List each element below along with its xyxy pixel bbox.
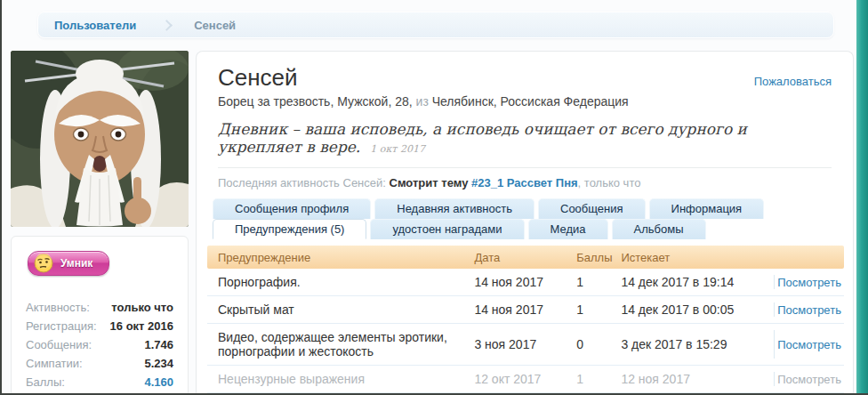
activity-prefix: Последняя активность Сенсей: — [218, 176, 386, 189]
warning-text: Порнография. — [207, 275, 462, 289]
status-date: 1 окт 2017 — [370, 143, 425, 155]
tab-row-1: Сообщения профиля Недавняя активность Со… — [213, 198, 842, 219]
view-cell: Посмотреть — [774, 302, 844, 317]
activity-action: Смотрит тему — [390, 176, 469, 189]
warning-date: 3 ноя 2017 — [462, 337, 576, 351]
status-quote: Дневник – ваша исповедь, а исповедь очищ… — [218, 120, 747, 156]
profile-page: Пользователи Сенсей — [0, 0, 868, 395]
stats-list: Активность: только что Регистрация: 16 о… — [26, 300, 173, 395]
status-quote-row: Дневник – ваша исповедь, а исповедь очищ… — [207, 109, 842, 156]
view-link[interactable]: Посмотреть — [777, 373, 841, 386]
tab[interactable]: Альбомы — [612, 219, 706, 239]
table-row: Видео, содержащее элементы эротики, порн… — [207, 324, 844, 366]
stat-value: 5.234 — [144, 356, 173, 371]
profile-main-card: Сенсей Пожаловаться Борец за трезвость, … — [196, 51, 854, 395]
tab[interactable]: Предупреждения (5) — [213, 219, 366, 239]
tab[interactable]: Информация — [649, 198, 765, 219]
stat-row: Сообщения: 1.746 — [26, 337, 173, 352]
warnings-table: Предупреждение Дата Баллы Истекает Порно… — [207, 246, 844, 395]
stat-label: Баллы: — [26, 375, 65, 390]
stat-label: Активность: — [26, 300, 90, 315]
table-row: Порнография. 14 ноя 2017 1 14 дек 2017 в… — [207, 269, 844, 296]
breadcrumb-users-link[interactable]: Пользователи — [54, 19, 136, 32]
view-link[interactable]: Посмотреть — [777, 303, 841, 317]
stat-value[interactable]: 4.160 — [144, 375, 173, 390]
view-cell: Посмотреть — [774, 372, 844, 386]
header-date: Дата — [462, 251, 576, 264]
warning-expires: 14 дек 2017 в 19:14 — [621, 275, 774, 289]
warning-points: 1 — [576, 372, 621, 386]
user-location: Челябинск, Россиская Федерация — [432, 94, 629, 109]
chevron-right-icon — [161, 20, 173, 31]
page-title: Сенсей — [218, 64, 298, 91]
warnings-table-body: Порнография. 14 ноя 2017 1 14 дек 2017 в… — [207, 269, 844, 395]
window-edge-strip — [856, 0, 868, 395]
tab[interactable]: Медиа — [528, 219, 608, 239]
view-link[interactable]: Посмотреть — [777, 276, 841, 289]
warning-text: Нецензурные выражения — [207, 372, 462, 386]
warning-points: 1 — [576, 302, 621, 317]
header-expires: Истекает — [621, 251, 774, 264]
tab[interactable]: Сообщения профиля — [213, 198, 371, 219]
warning-expires: 14 дек 2017 в 00:05 — [621, 302, 774, 317]
report-link[interactable]: Пожаловаться — [754, 75, 832, 88]
user-role-age: Борец за трезвость, Мужской, 28, — [218, 94, 413, 109]
stat-row: Баллы: 4.160 — [26, 375, 173, 390]
table-row: Скрытый мат 14 ноя 2017 1 14 дек 2017 в … — [207, 296, 844, 324]
user-stats-card: Умник Активность: только что Регистрация… — [11, 236, 189, 395]
warning-text: Видео, содержащее элементы эротики, порн… — [207, 330, 462, 359]
rank-badge: Умник — [28, 251, 109, 276]
stat-value: только что — [111, 300, 173, 315]
avatar-image — [11, 51, 189, 227]
profile-tabs: Сообщения профиля Недавняя активность Со… — [213, 198, 842, 239]
breadcrumb: Пользователи Сенсей — [37, 12, 834, 38]
warning-points: 0 — [576, 337, 621, 351]
header-warning: Предупреждение — [207, 251, 462, 264]
view-cell: Посмотреть — [774, 330, 844, 359]
stat-row: Симпатии: 5.234 — [26, 356, 173, 371]
profile-sidebar: Умник Активность: только что Регистрация… — [11, 51, 189, 395]
warning-points: 1 — [576, 275, 621, 289]
stat-label: Симпатии: — [26, 356, 83, 371]
table-row: Нецензурные выражения 12 окт 2017 1 12 н… — [207, 366, 844, 393]
stat-value: 1.746 — [144, 337, 173, 352]
warning-expires: 12 ноя 2017 — [621, 372, 774, 386]
last-activity: Последняя активность Сенсей: Смотрит тем… — [207, 168, 842, 189]
warnings-table-header: Предупреждение Дата Баллы Истекает — [207, 246, 844, 269]
stat-value: 16 окт 2016 — [110, 318, 173, 334]
view-link[interactable]: Посмотреть — [777, 338, 841, 351]
header-points: Баллы — [576, 251, 621, 264]
breadcrumb-current: Сенсей — [194, 19, 236, 32]
tab[interactable]: удостоен наградами — [370, 219, 524, 239]
stat-row: Активность: только что — [26, 300, 173, 315]
stat-label: Регистрация: — [26, 318, 97, 334]
tab[interactable]: Сообщения — [538, 198, 646, 219]
activity-topic-link[interactable]: #23_1 Рассвет Пня — [471, 176, 578, 189]
stat-label: Сообщения: — [26, 337, 92, 352]
activity-time: , только что — [578, 176, 641, 189]
warning-date: 14 ноя 2017 — [462, 275, 576, 289]
user-subtitle: Борец за трезвость, Мужской, 28, из Челя… — [207, 91, 842, 109]
rank-badge-label: Умник — [60, 257, 92, 270]
stat-row: Регистрация: 16 окт 2016 — [26, 318, 173, 334]
smiley-icon — [34, 254, 53, 273]
tab-row-2: Предупреждения (5) удостоен наградами Ме… — [213, 219, 842, 239]
warning-text: Скрытый мат — [207, 302, 462, 317]
view-cell: Посмотреть — [774, 275, 844, 289]
warning-date: 14 ноя 2017 — [462, 302, 576, 317]
from-label: из — [416, 94, 429, 109]
warning-expires: 3 дек 2017 в 15:29 — [621, 337, 774, 351]
warning-date: 12 окт 2017 — [462, 372, 576, 386]
tab[interactable]: Недавняя активность — [374, 198, 534, 219]
